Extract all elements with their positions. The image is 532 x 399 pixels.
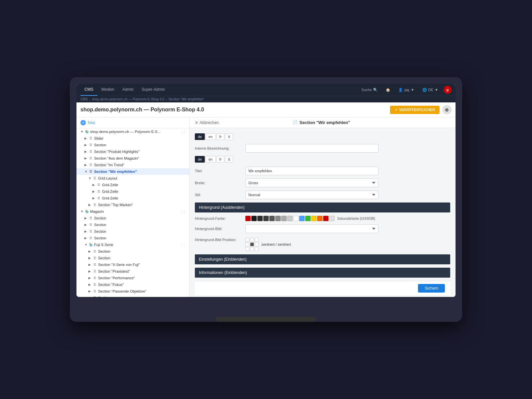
arrow-icon: ▼ [88,177,92,180]
tree-item-grid-zelle2[interactable]: ▶ ☰ Grid-Zelle [76,188,189,195]
tree-item-fuji-sec1[interactable]: ▶ ☰ Section [76,248,189,255]
arrow-icon: ▶ [84,137,88,140]
nav-tab-admin[interactable]: Admin [118,84,138,96]
lang-tab-it[interactable]: it [225,133,233,140]
swatch-darkgray[interactable] [257,216,263,221]
tree-item-section1[interactable]: ▶ ☰ Section [76,142,189,148]
title-input[interactable] [245,167,378,175]
publish-button[interactable]: ✓ VERÖFFENTLICHEN [390,106,440,114]
cancel-button[interactable]: ✕ Abbrechen [195,120,219,125]
tree-item-fuji-xserie[interactable]: ▶ ☰ Section "X-Serie von Fuji" [76,261,189,268]
tree-item-mag-sec3[interactable]: ▶ ☰ Section [76,228,189,235]
tree-item-root[interactable]: ▼ 🏪 shop.demo.polynorm.ch — Polynorm E-S… [76,128,189,135]
tree-item-fuji-praxis[interactable]: ▶ ☰ Section "Praxistest" [76,268,189,275]
pos-midleft[interactable] [245,242,249,246]
pos-botleft[interactable] [245,247,249,251]
tree-item-mag-sec4[interactable]: ▶ ☰ Section [76,235,189,241]
lang-tab2-de[interactable]: de [195,156,205,163]
bg-image-label: Hintergrund-Bild: [195,227,241,231]
home-button[interactable]: 🏠 [383,86,393,93]
panel-body: de en fr it Interne Bezeichnung: de en [190,128,456,297]
swatch-yellow[interactable] [311,216,317,221]
lang-tab-en[interactable]: en [205,133,215,140]
background-header[interactable]: Hintergrund (Ausblenden) [195,202,450,212]
pos-topright[interactable] [255,238,259,242]
tree-label: Section "Top Marken" [98,203,189,207]
swatch-green[interactable] [305,216,311,221]
cancel-x-icon: ✕ [195,120,198,125]
search-button[interactable]: Suche 🔍 [359,86,380,93]
breadcrumb-cms[interactable]: CMS [80,97,88,101]
breadcrumb-site[interactable]: shop.demo.polynorm.ch — Polynorm E-Shop … [92,97,164,101]
nav-tab-cms[interactable]: CMS [80,84,97,96]
pos-botcenter[interactable] [250,247,254,251]
pos-midright[interactable] [255,242,259,246]
nav-tab-superadmin[interactable]: Super-Admin [138,84,169,96]
tree-item-fuji[interactable]: ▼ 🏪 Fuji X-Serie ⋮⋮ [76,241,189,248]
bg-image-select[interactable] [245,224,378,233]
tree-item-grid-zelle1[interactable]: ▶ ☰ Grid-Zelle [76,182,189,188]
pos-botright[interactable] [255,247,259,251]
width-select[interactable]: Gross Mittel Klein [245,179,378,187]
swatch-gray[interactable] [263,216,269,221]
swatch-midgray[interactable] [269,216,275,221]
swatch-red[interactable] [245,216,251,221]
swatch-orange[interactable] [317,216,323,221]
internal-input[interactable] [245,144,378,153]
tree-item-fuji-fokus[interactable]: ▶ ☰ Section "Fokus" [76,281,189,288]
page-icon: ☰ [88,143,93,147]
page-icon: ☰ [92,282,97,287]
swatch-lightsilver[interactable] [287,216,293,221]
arrow-icon: ▶ [92,183,96,187]
swatch-blue[interactable] [299,216,305,221]
tree-item-section-produkt[interactable]: ▶ ☰ Section "Produkt Highlights" [76,148,189,155]
add-new-button[interactable]: + Neu [76,117,189,128]
tree-item-section-wir[interactable]: ▼ ☰ Section "Wir empfehlen" [76,168,189,175]
page-icon: ☰ [88,149,93,154]
shop-icon: 🏪 [84,129,89,134]
user-menu[interactable]: 👤 jag ▼ [396,86,417,93]
save-button[interactable]: Sichern [418,284,445,293]
tree-item-slider[interactable]: ▶ ☰ Slider [76,135,189,142]
page-icon: ☰ [88,163,93,167]
tree-label: Grid-Layout [98,176,189,180]
tree-item-grid-layout[interactable]: ▼ ☰ Grid-Layout [76,175,189,182]
tree-item-fuji-sec3[interactable]: ▶ ☰ Section [76,295,189,297]
tree-item-mag-sec1[interactable]: ▶ ☰ Section [76,215,189,221]
lang-tab2-fr[interactable]: fr [216,156,225,163]
position-text: zentriert / zentriert [261,242,291,246]
tree-item-fuji-obj[interactable]: ▶ ☰ Section "Passende Objektive" [76,288,189,295]
page-icon: ☰ [92,249,97,254]
swatch-black[interactable] [251,216,257,221]
page-icon: ☰ [96,183,101,187]
pos-topleft[interactable] [245,238,249,242]
home-icon: 🏠 [386,88,390,92]
tree-item-magazin[interactable]: ▼ 🏪 Magazin ⋮⋮ [76,208,189,215]
tree-item-fuji-perf[interactable]: ▶ ☰ Section "Performance" [76,275,189,281]
tree-item-section-trend[interactable]: ▶ ☰ Section "Im Trend" [76,162,189,168]
swatch-pattern[interactable] [329,216,334,221]
swatch-lightgray[interactable] [275,216,281,221]
tree-item-mag-sec2[interactable]: ▶ ☰ Section [76,221,189,228]
swatch-white[interactable] [293,216,299,221]
polynorm-logo[interactable]: p [444,86,452,94]
settings-header[interactable]: Einstellungen (Einblenden) [195,254,450,264]
lang-tab-fr[interactable]: fr [216,133,225,140]
tree-item-section-magazin[interactable]: ▶ ☰ Section "Aus dem Magazin" [76,155,189,162]
lang-tab-de[interactable]: de [195,133,205,140]
lang-tab2-it[interactable]: it [225,156,233,163]
swatch-red2[interactable] [323,216,329,221]
tree-item-fuji-sec2[interactable]: ▶ ☰ Section [76,255,189,261]
tree-item-section-top[interactable]: ▶ ☰ Section "Top Marken" [76,201,189,208]
language-menu[interactable]: 🌐 DE ▼ [420,86,441,93]
swatch-silver[interactable] [281,216,287,221]
info-header[interactable]: Informationen (Einblenden) [195,268,450,278]
nav-tab-medien[interactable]: Medien [97,84,118,96]
page-icon: ☰ [92,289,97,294]
tree-item-grid-zelle3[interactable]: ▶ ☰ Grid-Zelle [76,195,189,201]
lang-tab2-en[interactable]: en [205,156,215,163]
pos-center[interactable] [250,242,254,246]
settings-button[interactable]: ⊕ [442,105,452,114]
pos-topcenter[interactable] [250,238,254,242]
style-select[interactable]: Normal Dunkel Hell [245,191,378,199]
